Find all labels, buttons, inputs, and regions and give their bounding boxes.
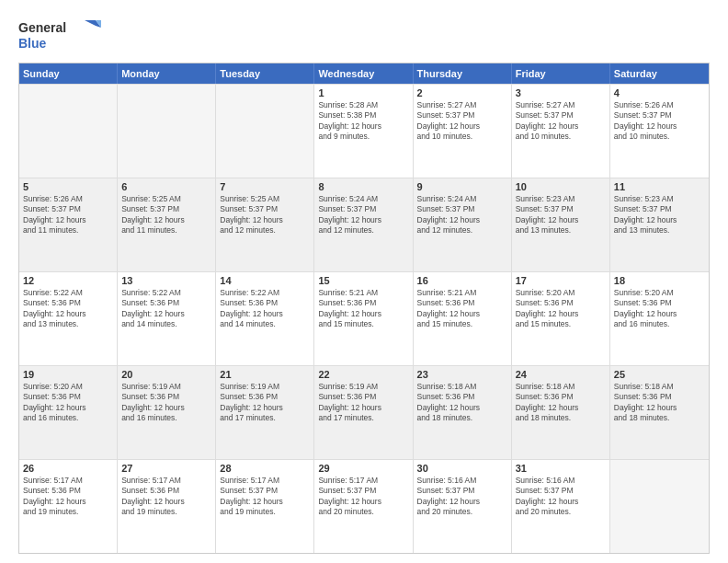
cell-info-line: and 20 minutes. bbox=[318, 507, 408, 517]
cell-info-line: Sunrise: 5:25 AM bbox=[220, 194, 310, 204]
day-number: 29 bbox=[318, 463, 408, 474]
cell-info-line: Sunrise: 5:17 AM bbox=[23, 476, 113, 486]
cell-info-line: Sunrise: 5:23 AM bbox=[516, 194, 606, 204]
cell-info-line: Sunset: 5:36 PM bbox=[417, 298, 507, 308]
day-cell-29: 29Sunrise: 5:17 AMSunset: 5:37 PMDayligh… bbox=[314, 460, 413, 553]
logo-svg: General Blue bbox=[18, 17, 101, 53]
cell-info-line: Daylight: 12 hours bbox=[516, 403, 606, 413]
cell-info-line: and 16 minutes. bbox=[614, 319, 705, 329]
day-cell-9: 9Sunrise: 5:24 AMSunset: 5:37 PMDaylight… bbox=[414, 178, 512, 271]
empty-cell bbox=[118, 85, 216, 178]
cell-info-line: Daylight: 12 hours bbox=[23, 403, 113, 413]
cell-info-line: Sunset: 5:37 PM bbox=[614, 110, 705, 121]
cell-info-line: Sunrise: 5:18 AM bbox=[516, 382, 606, 392]
cell-info-line: Daylight: 12 hours bbox=[516, 121, 606, 132]
cell-info-line: Sunset: 5:36 PM bbox=[23, 392, 113, 402]
cell-info-line: Sunset: 5:36 PM bbox=[23, 486, 113, 496]
cell-info-line: and 12 minutes. bbox=[318, 225, 408, 236]
calendar-header: SundayMondayTuesdayWednesdayThursdayFrid… bbox=[19, 63, 709, 84]
cell-info-line: and 18 minutes. bbox=[516, 413, 606, 423]
day-cell-25: 25Sunrise: 5:18 AMSunset: 5:36 PMDayligh… bbox=[610, 366, 709, 459]
cell-info-line: Sunset: 5:36 PM bbox=[614, 298, 705, 308]
cell-info-line: Sunrise: 5:21 AM bbox=[318, 288, 408, 298]
cell-info-line: and 15 minutes. bbox=[417, 319, 507, 329]
day-number: 23 bbox=[417, 369, 507, 380]
cell-info-line: Daylight: 12 hours bbox=[417, 121, 507, 132]
cell-info-line: Daylight: 12 hours bbox=[121, 309, 211, 319]
cell-info-line: and 17 minutes. bbox=[318, 413, 408, 423]
day-cell-19: 19Sunrise: 5:20 AMSunset: 5:36 PMDayligh… bbox=[19, 366, 118, 459]
cell-info-line: Sunset: 5:37 PM bbox=[220, 486, 310, 496]
day-cell-27: 27Sunrise: 5:17 AMSunset: 5:36 PMDayligh… bbox=[118, 460, 216, 553]
cell-info-line: and 20 minutes. bbox=[417, 507, 507, 517]
cell-info-line: Daylight: 12 hours bbox=[318, 403, 408, 413]
cell-info-line: Sunset: 5:36 PM bbox=[318, 392, 408, 402]
header-day-thursday: Thursday bbox=[414, 63, 512, 84]
cell-info-line: and 14 minutes. bbox=[121, 319, 211, 329]
week-row-1: 5Sunrise: 5:26 AMSunset: 5:37 PMDaylight… bbox=[19, 178, 709, 271]
cell-info-line: Sunset: 5:37 PM bbox=[516, 110, 606, 121]
cell-info-line: Sunrise: 5:20 AM bbox=[516, 288, 606, 298]
day-cell-10: 10Sunrise: 5:23 AMSunset: 5:37 PMDayligh… bbox=[512, 178, 610, 271]
cell-info-line: Sunrise: 5:24 AM bbox=[417, 194, 507, 204]
week-row-2: 12Sunrise: 5:22 AMSunset: 5:36 PMDayligh… bbox=[19, 271, 709, 365]
cell-info-line: Sunrise: 5:18 AM bbox=[417, 382, 507, 392]
day-number: 14 bbox=[220, 275, 310, 286]
cell-info-line: Daylight: 12 hours bbox=[220, 309, 310, 319]
day-number: 6 bbox=[121, 181, 211, 192]
cell-info-line: and 11 minutes. bbox=[121, 225, 211, 236]
empty-cell bbox=[216, 85, 314, 178]
cell-info-line: Daylight: 12 hours bbox=[417, 403, 507, 413]
day-number: 5 bbox=[23, 181, 113, 192]
cell-info-line: Daylight: 12 hours bbox=[220, 403, 310, 413]
day-cell-28: 28Sunrise: 5:17 AMSunset: 5:37 PMDayligh… bbox=[216, 460, 314, 553]
day-number: 28 bbox=[220, 463, 310, 474]
cell-info-line: and 19 minutes. bbox=[220, 507, 310, 517]
cell-info-line: Daylight: 12 hours bbox=[516, 497, 606, 507]
day-number: 13 bbox=[121, 275, 211, 286]
day-number: 31 bbox=[516, 463, 606, 474]
day-cell-8: 8Sunrise: 5:24 AMSunset: 5:37 PMDaylight… bbox=[314, 178, 413, 271]
calendar: SundayMondayTuesdayWednesdayThursdayFrid… bbox=[18, 63, 710, 554]
day-number: 20 bbox=[121, 369, 211, 380]
cell-info-line: Sunset: 5:37 PM bbox=[516, 486, 606, 496]
day-number: 30 bbox=[417, 463, 507, 474]
empty-cell bbox=[610, 460, 709, 553]
cell-info-line: and 9 minutes. bbox=[318, 132, 408, 142]
cell-info-line: Sunset: 5:37 PM bbox=[417, 110, 507, 121]
day-number: 25 bbox=[614, 369, 705, 380]
cell-info-line: Sunset: 5:36 PM bbox=[417, 392, 507, 402]
cell-info-line: Sunset: 5:36 PM bbox=[220, 298, 310, 308]
cell-info-line: and 12 minutes. bbox=[220, 225, 310, 236]
cell-info-line: Sunrise: 5:22 AM bbox=[220, 288, 310, 298]
cell-info-line: Sunrise: 5:28 AM bbox=[318, 100, 408, 110]
cell-info-line: and 16 minutes. bbox=[121, 413, 211, 423]
day-cell-30: 30Sunrise: 5:16 AMSunset: 5:37 PMDayligh… bbox=[414, 460, 512, 553]
cell-info-line: and 14 minutes. bbox=[220, 319, 310, 329]
cell-info-line: Daylight: 12 hours bbox=[121, 497, 211, 507]
cell-info-line: Sunset: 5:36 PM bbox=[121, 486, 211, 496]
day-number: 11 bbox=[614, 181, 705, 192]
cell-info-line: Sunset: 5:37 PM bbox=[417, 486, 507, 496]
day-cell-11: 11Sunrise: 5:23 AMSunset: 5:37 PMDayligh… bbox=[610, 178, 709, 271]
day-cell-13: 13Sunrise: 5:22 AMSunset: 5:36 PMDayligh… bbox=[118, 272, 216, 365]
cell-info-line: Sunset: 5:37 PM bbox=[318, 486, 408, 496]
cell-info-line: and 12 minutes. bbox=[417, 225, 507, 236]
cell-info-line: Sunrise: 5:22 AM bbox=[23, 288, 113, 298]
cell-info-line: Sunset: 5:36 PM bbox=[516, 298, 606, 308]
day-cell-14: 14Sunrise: 5:22 AMSunset: 5:36 PMDayligh… bbox=[216, 272, 314, 365]
day-cell-7: 7Sunrise: 5:25 AMSunset: 5:37 PMDaylight… bbox=[216, 178, 314, 271]
cell-info-line: Daylight: 12 hours bbox=[417, 309, 507, 319]
cell-info-line: Sunrise: 5:19 AM bbox=[220, 382, 310, 392]
day-cell-4: 4Sunrise: 5:26 AMSunset: 5:37 PMDaylight… bbox=[610, 85, 709, 178]
cell-info-line: and 18 minutes. bbox=[417, 413, 507, 423]
cell-info-line: Sunset: 5:37 PM bbox=[220, 204, 310, 214]
day-number: 8 bbox=[318, 181, 408, 192]
day-number: 15 bbox=[318, 275, 408, 286]
svg-text:General: General bbox=[18, 20, 66, 35]
cell-info-line: Sunrise: 5:20 AM bbox=[23, 382, 113, 392]
day-number: 4 bbox=[614, 87, 705, 98]
header-day-sunday: Sunday bbox=[19, 63, 118, 84]
cell-info-line: Daylight: 12 hours bbox=[220, 215, 310, 225]
week-row-0: 1Sunrise: 5:28 AMSunset: 5:38 PMDaylight… bbox=[19, 84, 709, 178]
